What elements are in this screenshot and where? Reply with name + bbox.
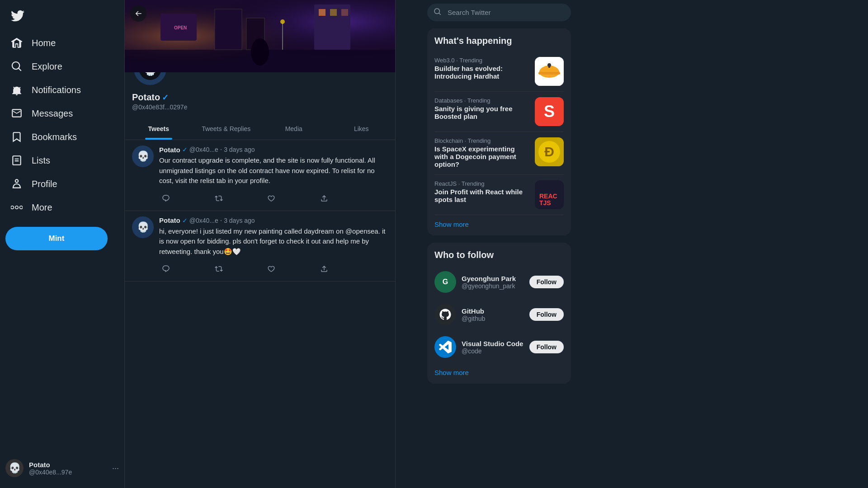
tweet-actions (159, 192, 331, 205)
search-box (427, 4, 571, 21)
tab-tweets-replies[interactable]: Tweets & Replies (193, 118, 260, 140)
sidebar-item-bookmarks[interactable]: Bookmarks (5, 126, 119, 148)
svg-text:TJS: TJS (539, 199, 551, 206)
follow-button-2[interactable]: Follow (529, 308, 564, 321)
tweet-item[interactable]: 💀 Potato ✓ @0x40...e · 3 days ago Our co… (125, 140, 395, 211)
follow-name-1: Gyeonghun Park (462, 275, 529, 282)
tweet-header: Potato ✓ @0x40...e · 3 days ago (159, 216, 388, 225)
banner-scene: OPEN (125, 0, 395, 72)
tab-likes[interactable]: Likes (328, 118, 396, 140)
sidebar-user-name: Potato (29, 461, 112, 469)
sidebar-user[interactable]: 💀 Potato @0x40e8...97e ··· (0, 454, 124, 483)
follow-item-2: GitHub @github Follow (434, 298, 564, 331)
tweet-author-handle: @0x40...e (189, 217, 218, 224)
follow-avatar-2 (434, 304, 456, 325)
messages-icon (11, 108, 23, 119)
svg-rect-17 (538, 72, 560, 75)
retweet-button[interactable] (212, 192, 226, 205)
follow-handle-3: @code (462, 347, 529, 355)
trending-name: Join Profit with React while spots last (434, 188, 529, 203)
tweet-author-name: Potato (159, 216, 180, 224)
sidebar-item-notifications[interactable]: Notifications (5, 79, 119, 101)
svg-text:REAC: REAC (539, 192, 557, 200)
sidebar-item-profile[interactable]: Profile (5, 173, 119, 195)
whats-happening-show-more[interactable]: Show more (434, 215, 564, 228)
banner-image: OPEN (125, 0, 395, 72)
follow-avatar-1: G (434, 271, 456, 293)
trending-category: ReactJS · Trending (434, 180, 529, 187)
notifications-label: Notifications (32, 85, 81, 95)
back-button[interactable] (130, 5, 146, 22)
sidebar-item-explore[interactable]: Explore (5, 55, 119, 78)
profile-handle: @0x40e83f...0297e (132, 103, 388, 111)
whats-happening-widget: What's happening Web3.0 · Trending Build… (427, 28, 571, 235)
tweet-avatar: 💀 (132, 216, 154, 238)
mint-button[interactable]: Mint (5, 227, 108, 250)
sidebar-item-more[interactable]: More (5, 196, 119, 219)
who-to-follow-widget: Who to follow G Gyeonghun Park @gyeonghu… (427, 243, 571, 384)
search-input[interactable] (427, 4, 571, 21)
svg-rect-12 (330, 9, 337, 16)
svg-text:OPEN: OPEN (174, 25, 187, 30)
trending-item-1[interactable]: Web3.0 · Trending Buildler has evolved: … (434, 52, 564, 92)
explore-icon (11, 61, 23, 72)
more-icon (11, 202, 23, 213)
follow-handle-1: @gyeonghun_park (462, 282, 529, 290)
sidebar-item-messages[interactable]: Messages (5, 102, 119, 125)
who-to-follow-show-more[interactable]: Show more (434, 363, 564, 376)
like-button[interactable] (264, 262, 278, 276)
tweet-author-handle: @0x40...e (189, 146, 218, 153)
sidebar-item-lists[interactable]: Lists (5, 149, 119, 172)
follow-handle-2: @github (462, 315, 529, 322)
verified-badge: ✓ (162, 93, 169, 103)
profile-tabs: Tweets Tweets & Replies Media Likes (125, 118, 395, 140)
sidebar-avatar: 💀 (5, 459, 24, 477)
tweet-verified: ✓ (182, 146, 188, 153)
trending-name: Is SpaceX experimenting with a Dogecoin … (434, 145, 529, 168)
tweet-text: Our contract upgrade is complete, and th… (159, 155, 388, 186)
bookmarks-icon (11, 131, 23, 143)
tab-media[interactable]: Media (260, 118, 328, 140)
reply-button[interactable] (159, 262, 173, 276)
tweet-item[interactable]: 💀 Potato ✓ @0x40...e · 3 days ago hi, ev… (125, 211, 395, 282)
follow-avatar-3 (434, 336, 456, 358)
trending-category: Web3.0 · Trending (434, 57, 529, 64)
follow-item-3: Visual Studio Code @code Follow (434, 331, 564, 363)
tab-tweets[interactable]: Tweets (125, 118, 193, 140)
profile-header: OPEN (125, 0, 395, 140)
svg-rect-19 (548, 63, 550, 68)
trending-thumb-1 (535, 57, 564, 86)
tweet-header: Potato ✓ @0x40...e · 3 days ago (159, 145, 388, 154)
follow-button-1[interactable]: Follow (529, 276, 564, 288)
sidebar-more-dots: ··· (112, 464, 119, 473)
tweet-timestamp: 3 days ago (224, 217, 255, 224)
profile-name: Potato ✓ (132, 92, 388, 103)
tweet-verified: ✓ (182, 217, 188, 224)
retweet-button[interactable] (212, 262, 226, 276)
sidebar-item-home[interactable]: Home (5, 32, 119, 54)
tweet-text: hi, everyone! i just listed my new paint… (159, 226, 388, 257)
search-icon (434, 8, 442, 18)
trending-item-4[interactable]: ReactJS · Trending Join Profit with Reac… (434, 175, 564, 215)
right-sidebar: What's happening Web3.0 · Trending Build… (420, 0, 578, 488)
tweet-timestamp: 3 days ago (224, 146, 255, 153)
like-button[interactable] (264, 192, 278, 205)
share-button[interactable] (317, 262, 331, 276)
twitter-logo[interactable] (5, 4, 30, 30)
left-sidebar: Home Explore Notifications Messages Book… (0, 0, 124, 488)
explore-label: Explore (32, 61, 62, 72)
svg-rect-6 (215, 9, 242, 50)
lists-label: Lists (32, 155, 50, 166)
reply-button[interactable] (159, 192, 173, 205)
trending-item-2[interactable]: Databases · Trending Sanity is giving yo… (434, 92, 564, 132)
lists-icon (11, 155, 23, 166)
messages-label: Messages (32, 108, 73, 119)
svg-rect-13 (341, 9, 348, 16)
who-to-follow-title: Who to follow (434, 250, 564, 260)
trending-category: Blockchain · Trending (434, 137, 529, 144)
follow-button-3[interactable]: Follow (529, 341, 564, 353)
share-button[interactable] (317, 192, 331, 205)
trending-thumb-2: S (535, 97, 564, 126)
trending-item-3[interactable]: Blockchain · Trending Is SpaceX experime… (434, 132, 564, 175)
svg-rect-11 (319, 9, 326, 16)
